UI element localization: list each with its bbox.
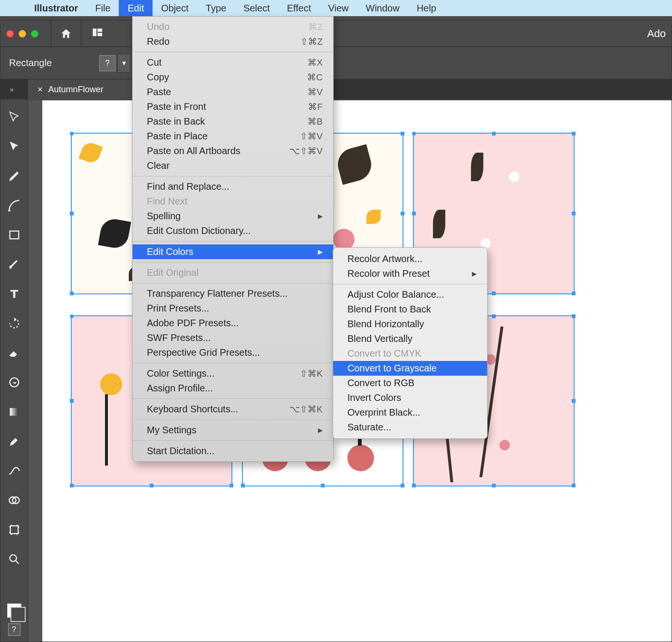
menu-item-label: Paste in Back [147,116,205,127]
minimize-window-icon[interactable] [19,30,26,38]
menu-effect[interactable]: Effect [278,0,320,16]
mac-menubar: Illustrator File Edit Object Type Select… [0,0,672,16]
menu-item-edit-custom-dictionary[interactable]: Edit Custom Dictionary... [133,224,333,238]
menu-item-label: Paste in Place [147,131,208,142]
svg-point-10 [10,555,16,562]
menu-edit[interactable]: Edit [119,0,152,16]
pen-tool-icon[interactable] [6,168,22,184]
menu-item-clear[interactable]: Clear [133,158,333,173]
draw-mode-icon[interactable]: ? [8,623,20,636]
tab-overflow-icon[interactable]: » [10,86,14,93]
artboard-tool-icon[interactable] [6,522,22,538]
menu-item-find-and-replace[interactable]: Find and Replace... [133,179,333,194]
menu-item-swf-presets[interactable]: SWF Presets... [133,331,333,345]
menu-item-spelling[interactable]: Spelling [133,209,333,224]
submenu-item-convert-to-grayscale[interactable]: Convert to Grayscale [333,361,487,376]
fill-swatch[interactable]: ? [99,55,115,71]
menu-item-transparency-flattener-presets[interactable]: Transparency Flattener Presets... [133,286,333,301]
submenu-item-saturate[interactable]: Saturate... [333,420,487,435]
menu-item-my-settings[interactable]: My Settings [133,423,333,438]
menu-item-perspective-grid-presets[interactable]: Perspective Grid Presets... [133,345,333,360]
menu-item-adobe-pdf-presets[interactable]: Adobe PDF Presets... [133,316,333,331]
document-tab-bar: » × AutumnFlower Preview) [0,79,672,99]
direct-selection-tool-icon[interactable] [6,138,22,155]
rotate-tool-icon[interactable] [6,315,22,331]
menu-item-print-presets[interactable]: Print Presets... [133,301,333,316]
tab-filename: AutumnFlower [48,85,104,95]
submenu-item-blend-vertically[interactable]: Blend Vertically [333,331,487,346]
menu-item-label: Edit Custom Dictionary... [147,225,251,236]
submenu-item-invert-colors[interactable]: Invert Colors [333,390,487,405]
submenu-item-convert-to-rgb[interactable]: Convert to RGB [333,376,487,390]
menu-item-label: SWF Presets... [147,332,211,343]
menu-item-color-settings[interactable]: Color Settings...⇧⌘K [133,366,333,381]
zoom-tool-icon[interactable] [6,551,22,567]
paintbrush-tool-icon[interactable] [6,256,22,272]
menu-item-keyboard-shortcuts[interactable]: Keyboard Shortcuts...⌥⇧⌘K [133,402,333,417]
menu-item-label: Edit Colors [147,246,193,257]
menu-item-label: Find and Replace... [147,181,229,192]
rectangle-tool-icon[interactable] [6,227,22,243]
menu-item-edit-colors[interactable]: Edit Colors [133,244,333,259]
submenu-item-adjust-color-balance[interactable]: Adjust Color Balance... [333,287,487,302]
eyedropper-tool-icon[interactable] [6,433,22,449]
tab-close-icon[interactable]: × [38,85,43,95]
menu-shortcut: ⇧⌘Z [300,36,323,47]
menu-item-label: Assign Profile... [147,383,213,394]
menu-separator [333,284,487,284]
type-tool-icon[interactable] [6,286,22,302]
app-name[interactable]: Illustrator [26,3,86,14]
submenu-item-recolor-artwork[interactable]: Recolor Artwork... [333,252,487,266]
menu-select[interactable]: Select [235,0,278,16]
menu-item-start-dictation[interactable]: Start Dictation... [133,444,333,458]
menu-item-label: Cut [147,57,162,68]
curvature-tool-icon[interactable] [6,197,22,214]
traffic-lights [6,30,38,38]
menu-object[interactable]: Object [153,0,197,16]
menu-shortcut: ⌘Z [308,21,323,32]
menu-item-paste-on-all-artboards[interactable]: Paste on All Artboards⌥⇧⌘V [133,144,333,158]
submenu-item-label: Convert to RGB [347,378,414,389]
arrange-documents-icon[interactable] [81,27,114,41]
gradient-tool-icon[interactable] [6,404,22,420]
menu-item-label: Paste on All Artboards [147,146,240,156]
menu-window[interactable]: Window [357,0,408,16]
fill-dropdown-icon[interactable]: ▾ [117,54,131,73]
submenu-item-blend-front-to-back[interactable]: Blend Front to Back [333,302,487,317]
menu-item-paste-in-back[interactable]: Paste in Back⌘B [133,114,333,129]
submenu-item-label: Blend Vertically [347,333,413,344]
submenu-item-label: Blend Horizontally [347,319,424,330]
titlebar-right-text: Ado [647,28,666,40]
shape-builder-tool-icon[interactable] [6,492,22,508]
menu-item-label: Start Dictation... [147,446,214,457]
menu-shortcut: ⌘X [307,57,323,68]
menu-shortcut: ⌘C [307,72,323,83]
submenu-item-recolor-with-preset[interactable]: Recolor with Preset [333,266,487,281]
menu-shortcut: ⇧⌘K [300,368,323,379]
menu-type[interactable]: Type [197,0,235,16]
zoom-window-icon[interactable] [31,30,38,38]
menu-item-paste-in-front[interactable]: Paste in Front⌘F [133,99,333,114]
close-window-icon[interactable] [6,30,14,38]
menu-item-label: Clear [147,160,170,171]
svg-point-3 [8,209,10,212]
submenu-item-overprint-black[interactable]: Overprint Black... [333,405,487,420]
menu-item-paste[interactable]: Paste⌘V [133,85,333,99]
width-tool-icon[interactable] [6,374,22,390]
fill-stroke-indicator-icon[interactable] [7,603,21,618]
menu-file[interactable]: File [86,0,119,16]
menu-help[interactable]: Help [408,0,445,16]
menu-item-copy[interactable]: Copy⌘C [133,70,333,85]
menu-item-label: Color Settings... [147,368,214,379]
selection-tool-icon[interactable] [6,109,22,125]
menu-item-cut[interactable]: Cut⌘X [133,55,333,70]
menu-item-redo[interactable]: Redo⇧⌘Z [133,34,333,49]
menu-item-paste-in-place[interactable]: Paste in Place⇧⌘V [133,129,333,144]
menu-item-label: Spelling [147,211,181,222]
menu-item-assign-profile[interactable]: Assign Profile... [133,381,333,396]
home-icon[interactable] [51,20,81,47]
menu-view[interactable]: View [320,0,357,16]
submenu-item-blend-horizontally[interactable]: Blend Horizontally [333,317,487,331]
eraser-tool-icon[interactable] [6,345,22,361]
blend-tool-icon[interactable] [6,463,22,479]
